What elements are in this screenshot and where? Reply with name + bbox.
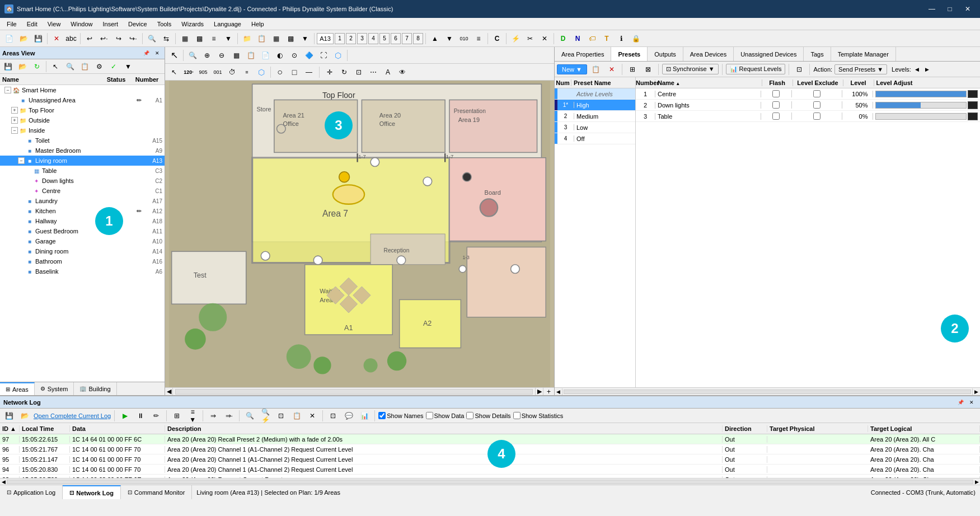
log-tb-save[interactable]: 💾 — [2, 409, 16, 423]
show-names-label[interactable]: Show Names — [378, 412, 423, 419]
show-statistics-label[interactable]: Show Statistics — [513, 412, 564, 419]
tree-item-unassigned[interactable]: + ■ Unassigned Area ✏ A1 — [0, 95, 165, 105]
tb-num-6[interactable]: 6 — [391, 33, 401, 44]
ct-zoomin[interactable]: ⊕ — [200, 49, 214, 62]
lr-adjust-downlights[interactable] — [873, 101, 981, 109]
ct-b3[interactable]: 🔷 — [302, 49, 316, 62]
tb-num-4[interactable]: 4 — [368, 33, 378, 44]
ct-b1[interactable]: ◐ — [273, 49, 287, 62]
log-tb-open[interactable]: 📂 — [18, 409, 31, 423]
slider-downlights[interactable] — [875, 102, 967, 109]
tb-tag[interactable]: 🏷 — [585, 32, 599, 45]
ct2-eye[interactable]: 👁 — [396, 65, 409, 79]
menu-device[interactable]: Device — [124, 20, 152, 29]
tb-save[interactable]: 💾 — [31, 32, 45, 45]
log-tb-b10[interactable]: 💬 — [342, 409, 355, 423]
tb-undo[interactable]: ↩ — [83, 32, 96, 45]
checkbox-flash-centre[interactable] — [772, 90, 780, 97]
scroll-left[interactable]: ◀ — [165, 388, 173, 396]
show-details-label[interactable]: Show Details — [466, 412, 510, 419]
tree-item-smarthome[interactable]: − 🏠 Smart Home — [0, 85, 165, 95]
show-data-label[interactable]: Show Data — [426, 412, 465, 419]
tb-redo2[interactable]: ↪· — [126, 32, 140, 45]
tab-building[interactable]: 🏢 Building — [74, 382, 116, 395]
tree-item-garage[interactable]: + ■ Garage A10 — [0, 236, 165, 246]
ct-paste[interactable]: 📄 — [259, 49, 272, 62]
tb-lines[interactable]: ≡ — [472, 32, 485, 45]
log-tb-b11[interactable]: 📊 — [358, 409, 371, 423]
ct-b4[interactable]: ⛶ — [317, 49, 330, 62]
expand-inside[interactable]: − — [11, 127, 18, 134]
areas-tb-search[interactable]: 🔍 — [63, 60, 77, 73]
checkbox-exclude-centre[interactable] — [813, 90, 820, 97]
close-button[interactable]: ✕ — [960, 2, 976, 16]
areas-tb-copy[interactable]: 📋 — [78, 60, 91, 73]
tree-item-downlights[interactable]: + ✦ Down lights C2 — [0, 176, 165, 186]
checkbox-exclude-downlights[interactable] — [813, 101, 820, 109]
btn-r3[interactable]: ⊡ — [793, 63, 806, 76]
checkbox-flash-downlights[interactable] — [772, 101, 780, 109]
log-col-data[interactable]: Data — [70, 425, 165, 432]
log-col-target-log[interactable]: Target Logical — [868, 425, 980, 432]
areas-tb-1[interactable]: 💾 — [1, 60, 15, 73]
lr-flash-table[interactable] — [761, 112, 792, 120]
btn-copy[interactable]: 📋 — [589, 63, 603, 76]
tb-t[interactable]: T — [600, 32, 613, 45]
log-tb-b4[interactable]: ⇒· — [222, 409, 236, 423]
tb-dropdown[interactable]: ▼ — [222, 32, 235, 45]
tb-g3[interactable]: ✕ — [538, 32, 551, 45]
tb-circle-n[interactable]: N — [571, 32, 584, 45]
preset-row-active-levels[interactable]: Active Levels — [555, 88, 635, 100]
tree-item-outside[interactable]: + 📁 Outside — [0, 115, 165, 125]
cb-show-details[interactable] — [466, 412, 473, 419]
tab-outputs[interactable]: Outputs — [648, 47, 683, 61]
tb-circle-d[interactable]: D — [556, 32, 570, 45]
tb-b1[interactable]: ▦ — [178, 32, 191, 45]
tb-g2[interactable]: ✂ — [523, 32, 537, 45]
ct-dynalite[interactable]: ⬡ — [331, 49, 345, 62]
cb-show-data[interactable] — [426, 412, 433, 419]
tree-item-toilet[interactable]: + ■ Toilet A15 — [0, 135, 165, 146]
btn-request-levels[interactable]: 📊 Request Levels — [726, 64, 786, 74]
tb-f4[interactable]: ▩ — [284, 32, 297, 45]
tb-num-5[interactable]: 5 — [379, 33, 390, 44]
tb-lock[interactable]: 🔒 — [629, 32, 643, 45]
tree-item-baselink[interactable]: + ■ Baselink A6 — [0, 266, 165, 276]
cb-show-statistics[interactable] — [513, 412, 521, 419]
menu-insert[interactable]: Insert — [98, 20, 123, 29]
cb-show-names[interactable] — [378, 412, 386, 419]
tb-num-8[interactable]: 8 — [413, 33, 423, 44]
log-col-time[interactable]: Local Time — [20, 425, 70, 432]
tree-item-livingroom[interactable]: − ■ Living room A13 — [0, 156, 165, 166]
tb-fdd[interactable]: ▼ — [298, 32, 312, 45]
tb-search[interactable]: 🔍 — [145, 32, 158, 45]
tab-app-log[interactable]: ⊡ Application Log — [0, 485, 63, 499]
preset-row-off[interactable]: 4 Off — [555, 133, 635, 144]
checkbox-exclude-table[interactable] — [813, 112, 820, 120]
tb-info[interactable]: ℹ — [615, 32, 628, 45]
tree-item-laundry[interactable]: + ■ Laundry A17 — [0, 196, 165, 206]
tree-item-diningroom[interactable]: + ■ Dining room A14 — [0, 246, 165, 256]
tb-num-3[interactable]: 3 — [357, 33, 367, 44]
tb-down[interactable]: ▼ — [443, 32, 456, 45]
rp-scroll-right[interactable]: ▶ — [972, 388, 980, 395]
log-play[interactable]: ▶ — [118, 409, 132, 423]
log-tb-b1[interactable]: ⊞ — [170, 409, 184, 423]
ct2-line[interactable]: — — [302, 65, 316, 79]
tb-c-btn[interactable]: C — [490, 32, 504, 45]
checkbox-flash-table[interactable] — [772, 112, 780, 120]
log-row-97[interactable]: 97 15:05:22.615 1C 14 64 01 00 00 FF 6C … — [0, 434, 980, 444]
scroll-right[interactable]: ▶ — [535, 388, 543, 396]
floor-plan[interactable]: Top Floor Area 20 Office Area 21 Office … — [165, 81, 554, 387]
menu-window[interactable]: Window — [66, 20, 97, 29]
tab-system[interactable]: ⚙ System — [35, 382, 74, 395]
tree-item-topfloor[interactable]: + 📁 Top Floor — [0, 105, 165, 115]
tree-item-inside[interactable]: − 📁 Inside — [0, 125, 165, 135]
tb-f3[interactable]: ▦ — [269, 32, 283, 45]
tb-b2[interactable]: ▩ — [193, 32, 206, 45]
log-row-93[interactable]: 93 15:05:20.799 1C 14 00 63 00 00 FF 6E … — [0, 475, 980, 478]
log-edit[interactable]: ✏ — [149, 409, 163, 423]
ct2-b1[interactable]: ↖ — [167, 65, 181, 79]
btn-delete[interactable]: ✕ — [605, 63, 618, 76]
btn-send-presets[interactable]: Send Presets ▼ — [834, 64, 887, 74]
